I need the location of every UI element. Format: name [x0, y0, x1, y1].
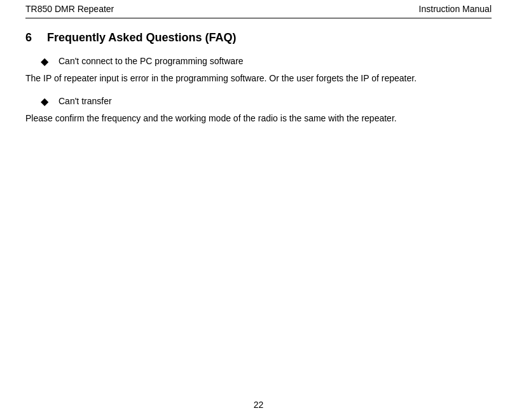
faq-bullet-row-2: ◆ Can't transfer [25, 95, 492, 109]
bullet-diamond-1: ◆ [41, 55, 48, 69]
faq-item-1: ◆ Can't connect to the PC programming so… [25, 55, 492, 86]
section-title: 6Frequently Asked Questions (FAQ) [25, 31, 492, 44]
document-type: Instruction Manual [419, 4, 492, 14]
page-container: TR850 DMR Repeater Instruction Manual 6F… [0, 0, 517, 420]
bullet-diamond-2: ◆ [41, 95, 48, 109]
page-number: 22 [254, 400, 264, 410]
faq-item-2: ◆ Can't transfer Please confirm the freq… [25, 95, 492, 126]
faq-answer-2: Please confirm the frequency and the wor… [25, 111, 492, 125]
faq-answer-1: The IP of repeater input is error in the… [25, 71, 492, 85]
document-title: TR850 DMR Repeater [25, 4, 114, 14]
page-header: TR850 DMR Repeater Instruction Manual [25, 0, 492, 18]
faq-question-1: Can't connect to the PC programming soft… [59, 55, 244, 68]
section-heading: Frequently Asked Questions (FAQ) [47, 31, 236, 44]
faq-question-2: Can't transfer [59, 95, 112, 108]
faq-bullet-row-1: ◆ Can't connect to the PC programming so… [25, 55, 492, 69]
section-number: 6 [25, 31, 32, 44]
